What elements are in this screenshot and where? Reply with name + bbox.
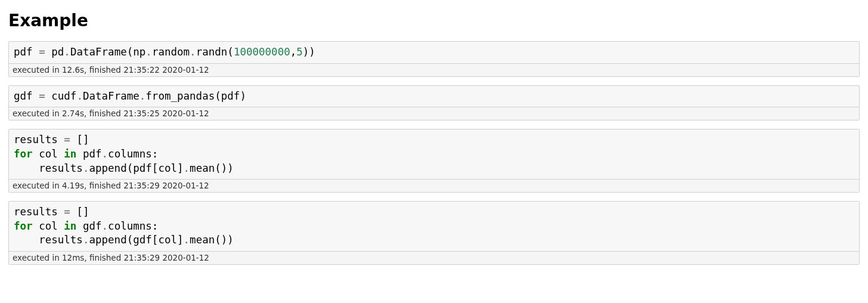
code-token-punc: ]: [83, 206, 89, 218]
code-token-name: gdf: [83, 220, 102, 232]
code-token-name: col: [158, 162, 177, 174]
code-area[interactable]: gdf = cudf.DataFrame.from_pandas(pdf): [9, 86, 859, 107]
code-token-punc: :: [152, 148, 159, 160]
code-token-op: =: [64, 206, 70, 218]
code-token-punc: ): [221, 234, 228, 246]
code-token-op: .: [190, 46, 196, 58]
code-token-num: 100000000: [234, 46, 290, 58]
code-token-name: col: [39, 220, 58, 232]
code-cell: results = [] for col in gdf.columns: res…: [8, 201, 860, 265]
execution-status: executed in 12.6s, finished 21:35:22 202…: [9, 63, 859, 76]
code-area[interactable]: pdf = pd.DataFrame(np.random.randn(10000…: [9, 42, 859, 63]
code-token-kw: for: [14, 148, 33, 160]
code-token-num: 5: [296, 46, 303, 58]
code-token-punc: [: [152, 234, 159, 246]
code-token-name: columns: [108, 220, 152, 232]
code-token-name: pdf: [14, 46, 33, 58]
code-token-name: results: [39, 162, 83, 174]
code-token-op: =: [64, 134, 70, 146]
code-token-punc: ): [303, 46, 309, 58]
code-token-punc: ): [240, 90, 246, 102]
code-token-kw: in: [64, 220, 76, 232]
code-token-kw: in: [64, 148, 76, 160]
code-token-op: .: [184, 162, 190, 174]
code-token-punc: (: [215, 90, 221, 102]
code-token-name: results: [39, 234, 83, 246]
code-token-punc: :: [152, 220, 159, 232]
code-token-op: .: [83, 162, 89, 174]
code-cell: pdf = pd.DataFrame(np.random.randn(10000…: [8, 41, 860, 77]
cells-container: pdf = pd.DataFrame(np.random.randn(10000…: [8, 41, 860, 265]
code-token-punc: (: [227, 46, 234, 58]
code-token-name: pdf: [133, 162, 152, 174]
code-area[interactable]: results = [] for col in pdf.columns: res…: [9, 129, 859, 179]
code-token-name: DataFrame: [83, 90, 140, 102]
code-token-op: .: [102, 220, 108, 232]
code-token-op: .: [140, 90, 146, 102]
code-token-name: mean: [190, 162, 215, 174]
code-token-punc: ): [221, 162, 228, 174]
code-token-punc: (: [215, 162, 221, 174]
code-token-op: =: [39, 46, 45, 58]
code-token-name: pdf: [83, 148, 102, 160]
code-token-name: from_pandas: [145, 90, 215, 102]
execution-status: executed in 12ms, finished 21:35:29 2020…: [9, 251, 859, 264]
code-token-punc: (: [215, 234, 221, 246]
code-token-name: pd: [51, 46, 64, 58]
execution-status: executed in 4.19s, finished 21:35:29 202…: [9, 179, 859, 192]
execution-status: executed in 2.74s, finished 21:35:25 202…: [9, 107, 859, 120]
code-token-op: .: [76, 90, 83, 102]
code-token-punc: (: [127, 234, 134, 246]
code-token-name: columns: [108, 148, 152, 160]
code-token-kw: for: [14, 220, 33, 232]
code-token-punc: ): [309, 46, 315, 58]
code-token-name: col: [158, 234, 177, 246]
code-token-punc: (: [127, 162, 134, 174]
code-token-name: DataFrame: [70, 46, 127, 58]
code-token-punc: (: [127, 46, 134, 58]
code-token-op: .: [64, 46, 70, 58]
code-token-name: cudf: [51, 90, 76, 102]
code-token-punc: ,: [290, 46, 297, 58]
code-token-name: append: [89, 234, 126, 246]
code-token-punc: [: [76, 134, 83, 146]
code-token-punc: ]: [177, 162, 184, 174]
code-cell: gdf = cudf.DataFrame.from_pandas(pdf)exe…: [8, 85, 860, 121]
code-cell: results = [] for col in pdf.columns: res…: [8, 129, 860, 193]
code-token-name: results: [14, 206, 58, 218]
code-token-op: .: [83, 234, 89, 246]
code-token-name: gdf: [133, 234, 152, 246]
code-token-op: =: [39, 90, 45, 102]
code-token-punc: [: [76, 206, 83, 218]
code-token-name: randn: [196, 46, 228, 58]
code-token-punc: ): [227, 162, 234, 174]
section-heading: Example: [8, 11, 860, 30]
code-token-punc: ]: [83, 134, 89, 146]
code-token-name: random: [152, 46, 190, 58]
code-token-name: results: [14, 134, 58, 146]
code-token-name: np: [133, 46, 145, 58]
code-token-punc: ): [227, 234, 234, 246]
code-area[interactable]: results = [] for col in gdf.columns: res…: [9, 202, 859, 251]
code-token-name: gdf: [14, 90, 33, 102]
code-token-name: pdf: [221, 90, 240, 102]
code-token-op: .: [102, 148, 108, 160]
code-token-name: mean: [190, 234, 215, 246]
code-token-punc: [: [152, 162, 159, 174]
code-token-punc: ]: [177, 234, 184, 246]
code-token-op: .: [184, 234, 190, 246]
code-token-op: .: [145, 46, 152, 58]
code-token-name: col: [39, 148, 58, 160]
code-token-name: append: [89, 162, 126, 174]
